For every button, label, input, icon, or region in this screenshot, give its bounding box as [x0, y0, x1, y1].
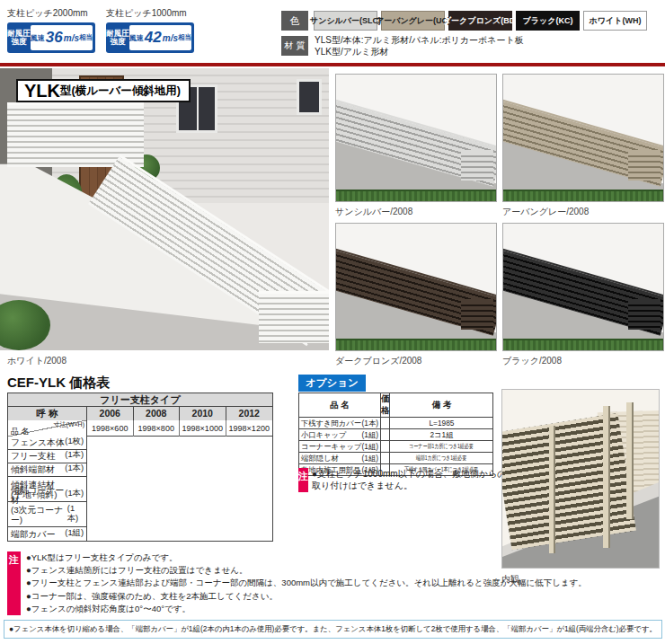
table-row: フェンス本体 (1枚) [8, 437, 86, 450]
wind-speed-value: 風速 36 m/s 相当 [31, 25, 93, 50]
thumb-caption-black: ブラック/2008 [502, 355, 562, 367]
thumb-caption-urbangray: アーバングレー/2008 [502, 206, 589, 218]
fence-panel-end [259, 291, 329, 343]
main-product-photo-white: YLK 型(横ルーバー傾斜地用) [0, 68, 329, 350]
price-table-title: CEF-YLK 価格表 [7, 375, 110, 392]
series-title-box: YLK 型(横ルーバー傾斜地用) [16, 79, 191, 102]
dim-cell: 1998×800 [134, 420, 181, 437]
options-header: オプション [298, 375, 366, 392]
price-value-area [87, 437, 272, 541]
grass-strip-shape [503, 339, 663, 350]
size-header-row: 呼 称 2006 2008 2010 2012 [8, 407, 272, 420]
diagonal-header-cell: 寸法(W×H) 品 名 [8, 420, 87, 437]
thumb-photo-urbangray [502, 74, 664, 202]
price-table-body: フェンス本体 (1枚) フリー支柱 (1本) 傾斜端部材 (1本) 傾斜連結材(… [8, 437, 272, 541]
wind-spec-badge-2000: 支柱ピッチ2000mm 耐風圧 強度 風速 36 m/s 相当 [7, 7, 97, 53]
options-header-row: 品 名 価 格 備 考 [299, 393, 493, 418]
section-divider-rule [0, 63, 665, 66]
options-row: 下桟すき間カバー(1本) L=1985 [299, 418, 493, 429]
fence-end-shape [461, 299, 493, 330]
thumb-photo-sunsilver [335, 74, 497, 202]
color-swatch-urbangray: アーバングレー(UC) [381, 11, 445, 31]
material-row-label: 材 質 [281, 36, 308, 56]
fence-post-shape [626, 402, 634, 519]
interior-caption: 内観 [501, 573, 519, 586]
grass-strip-shape [503, 190, 663, 201]
color-row-label: 色 [281, 11, 308, 31]
wind-badge-box: 耐風圧 強度 風速 36 m/s 相当 [7, 22, 95, 53]
catalog-page: 支柱ピッチ2000mm 耐風圧 強度 風速 36 m/s 相当 支柱ピッチ100… [0, 0, 665, 644]
col-header-price: 価 格 [380, 393, 390, 418]
wind-strength-label: 耐風圧 強度 [7, 22, 31, 53]
post-type-header: フリー支柱タイプ [8, 393, 272, 407]
note-tag: 注 [298, 468, 308, 492]
strength-line2: 強度 [11, 38, 26, 47]
footer-note-box: ●フェンス本体を切り縮める場合、「端部カバー」が1組(2本の内1本のみ使用)必要… [4, 620, 662, 639]
fence-end-shape [461, 150, 493, 181]
table-row: 傾斜端部材 (1本) [8, 463, 86, 477]
col-header-name: 品 名 [299, 393, 381, 418]
item-label-column: フェンス本体 (1枚) フリー支柱 (1本) 傾斜端部材 (1本) 傾斜連結材(… [8, 437, 87, 541]
note-tag: 注 [7, 551, 21, 615]
options-note-text: ●支柱ピッチ1000mm以下の場合、敷地側からの 取り付けはできません。 [312, 468, 507, 492]
wind-strength-label: 耐風圧 強度 [106, 22, 129, 53]
color-swatch-darkbronze: ダークブロンズ(BD) [448, 11, 512, 31]
material-line-yls: YLS型/本体:アルミ形材/パネル:ポリカーボネート板 [315, 35, 524, 47]
note-item: ●コーナー部は、強度確保のため、支柱を2本施工してください。 [26, 590, 587, 603]
wind-speed-value: 風速 42 m/s 相当 [129, 25, 191, 50]
call-header-cell: 呼 称 [8, 407, 87, 420]
options-row: 端部隠し材(1組) 端部1カ所につき1組必要 [299, 453, 493, 464]
main-photo-caption: ホワイト/2008 [7, 355, 66, 367]
grass-strip-shape [336, 190, 496, 201]
price-cell [380, 418, 390, 429]
fence-end-shape [628, 299, 661, 330]
size-cell: 2006 [87, 407, 134, 420]
wind-badge-box: 耐風圧 強度 風速 42 m/s 相当 [106, 22, 194, 53]
material-line-ylk: YLK型/アルミ形材 [315, 47, 524, 58]
interior-view-photo [501, 389, 660, 569]
dim-cell: 1998×600 [87, 420, 134, 437]
table-row: フリー支柱 (1本) [8, 450, 86, 463]
size-cell: 2008 [134, 407, 181, 420]
options-row: コーナーキャップ(1組) コーナー部1カ所につき1組必要 [299, 441, 493, 453]
thumb-caption-sunsilver: サンシルバー/2008 [335, 206, 412, 218]
price-table: フリー支柱タイプ 呼 称 2006 2008 2010 2012 寸法(W×H)… [7, 393, 273, 542]
series-name: YLK [24, 81, 60, 101]
dim-axis-label: 寸法(W×H) [54, 420, 84, 428]
window-shape [297, 79, 322, 115]
size-cell: 2012 [226, 407, 273, 420]
color-swatch-white: ホワイト(WH) [583, 11, 647, 31]
series-description: 型(横ルーバー傾斜地用) [60, 84, 181, 99]
note-item: ●フェンスの傾斜対応角度は0°〜40°です。 [26, 603, 587, 615]
dim-cell: 1998×1200 [226, 420, 273, 437]
wind-spec-badge-1000: 支柱ピッチ1000mm 耐風圧 強度 風速 42 m/s 相当 [106, 7, 196, 53]
grass-strip-shape [336, 339, 496, 350]
col-header-remark: 備 考 [390, 393, 493, 418]
material-spec-text: YLS型/本体:アルミ形材/パネル:ポリカーボネート板 YLK型/アルミ形材 [315, 35, 524, 57]
price-cell [380, 453, 390, 464]
fence-post-shape [603, 406, 610, 548]
thumb-photo-black [502, 223, 664, 351]
pitch-label: 支柱ピッチ1000mm [106, 7, 196, 20]
color-swatch-black: ブラック(KC) [516, 11, 580, 31]
price-cell [380, 441, 390, 453]
options-table: 品 名 価 格 備 考 下桟すき間カバー(1本) L=1985 小口キャップ(1… [298, 393, 493, 476]
size-cell: 2010 [180, 407, 226, 420]
louver-panel-shape [501, 413, 636, 550]
price-cell [380, 429, 390, 441]
fence-post-shape [549, 426, 555, 553]
table-row: 端部カバー (1組) [8, 527, 86, 541]
item-axis-label: 品 名 [11, 427, 30, 437]
table-row: 傾斜コーナー材(3次元コーナー) (1本) [8, 502, 86, 527]
options-row: 小口キャップ(1組) 2コ1組 [299, 429, 493, 441]
thumb-photo-darkbronze [335, 223, 497, 351]
pitch-label: 支柱ピッチ2000mm [7, 7, 97, 20]
options-note: 注 ●支柱ピッチ1000mm以下の場合、敷地側からの 取り付けはできません。 [298, 468, 500, 492]
thumb-caption-darkbronze: ダークブロンズ/2008 [335, 355, 421, 367]
dim-cell: 1998×1000 [180, 420, 226, 437]
fence-end-shape [628, 150, 661, 181]
color-swatch-sunsilver: サンシルバー(SLC) [314, 11, 377, 31]
dimension-row: 寸法(W×H) 品 名 1998×600 1998×800 1998×1000 … [8, 420, 272, 437]
color-swatch-row: サンシルバー(SLC) アーバングレー(UC) ダークブロンズ(BD) ブラック… [314, 11, 647, 31]
